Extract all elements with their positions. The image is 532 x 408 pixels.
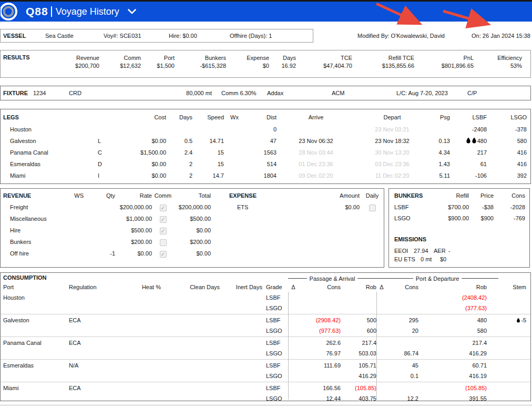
revenue-cell-ws <box>69 248 84 259</box>
fixture-quantity: 80,000 mt <box>169 86 212 100</box>
daily-checkbox[interactable] <box>369 205 376 211</box>
results-metric: Days16.92 <box>269 54 296 70</box>
revenue-header-comm: Comm <box>152 191 174 201</box>
hire-value: Hire: $0.00 <box>169 29 197 42</box>
revenue-cell-qty <box>84 201 115 213</box>
consumption-cell-inert <box>220 303 262 313</box>
consumption-cell-stem <box>487 383 530 393</box>
legs-cell-days: 0.5 <box>166 135 192 147</box>
consumption-cell-regulation <box>69 393 136 404</box>
emissions-label: EMISSIONS <box>394 236 426 242</box>
consumption-cell-inert <box>220 292 262 303</box>
consumption-cell-regulation <box>69 348 136 359</box>
revenue-cell-ws <box>69 225 84 236</box>
table-row: Panama CanalC$1,500.002.415156328 Nov 03… <box>1 147 530 158</box>
table-divider <box>288 292 289 400</box>
consumption-cell-heat <box>136 315 161 325</box>
consumption-cell-d_cons: 295 <box>387 315 418 325</box>
expense-daily-header: Daily <box>362 191 383 200</box>
consumption-cell-d_rob: 416.29 <box>418 348 487 359</box>
consumption-cell-grade: LSGO <box>262 348 288 359</box>
legs-cell-lsgo: 392 <box>487 170 527 181</box>
legs-cell-wx <box>224 124 245 135</box>
consumption-cell-heat <box>136 383 161 393</box>
bunkers-cell-refill: $700.00 <box>426 202 469 213</box>
legs-cell-depart: 11 Dec 02:20 <box>355 170 429 181</box>
emissions-row-eeoi: EEOI 27.94 AER - <box>389 247 529 255</box>
consumption-cell-p_delta <box>288 303 299 313</box>
consumption-cell-stem <box>487 338 530 348</box>
revenue-cell-ws <box>69 236 84 248</box>
legs-cell-type: L <box>98 135 127 147</box>
results-metric: Refill TCE$135,855.66 <box>352 54 414 70</box>
results-metric: Port$1,500 <box>141 54 175 70</box>
consumption-cell-d_cons: 86.74 <box>387 348 418 359</box>
consumption-cell-d_delta <box>376 338 387 348</box>
revenue-cell-rate: $200,000.00 <box>115 201 152 213</box>
comm-checkbox[interactable]: ✓ <box>160 228 167 234</box>
legs-cell-cost: $0.00 <box>127 135 166 147</box>
consumption-cell-stem <box>487 371 530 381</box>
legs-cell-psg: 1.43 <box>429 158 450 170</box>
consumption-cell-inert <box>220 348 262 359</box>
consumption-cell-heat <box>136 393 161 404</box>
legs-header-dist: Dist <box>245 111 277 124</box>
legs-cell-dist: 1563 <box>245 147 277 158</box>
consumption-column-headers: PortRegulationHeat %Clean DaysInert Days… <box>1 282 530 292</box>
legs-cell-wx <box>224 158 245 170</box>
page-title-dropdown[interactable]: Voyage History <box>56 6 136 17</box>
table-row: Houston023 Nov 03:21-2408-378 <box>1 124 530 135</box>
consumption-cell-heat <box>136 360 161 371</box>
legs-cell-days: 2 <box>166 158 192 170</box>
fixture-cp-link[interactable]: C/P <box>467 86 477 100</box>
legs-cell-port: Esmeraldas <box>1 158 98 170</box>
legs-cell-depart: 03 Dec 23:36 <box>355 158 429 170</box>
chevron-down-icon <box>128 9 136 14</box>
consumption-cell-inert <box>220 325 262 336</box>
consumption-cell-d_rob: 480 <box>418 315 487 325</box>
consumption-header-p_rob: Rob <box>341 282 376 292</box>
revenue-cell-qty: -1 <box>84 248 115 259</box>
consumption-cell-regulation: ECA <box>69 383 136 393</box>
revenue-cell-rate: $0.00 <box>115 248 152 259</box>
page-bottom-rule <box>0 405 532 405</box>
consumption-cell-p_rob: 416.29 <box>341 371 376 381</box>
comm-checkbox[interactable]: ✓ <box>160 205 167 211</box>
comm-checkbox[interactable]: ✓ <box>160 251 167 258</box>
consumption-cell-p_cons: 111.69 <box>299 360 341 371</box>
revenue-header-ws: WS <box>69 191 84 201</box>
legs-cell-speed: 14.71 <box>192 135 224 147</box>
bunkers-header-price: Price <box>469 191 494 202</box>
consumption-cell-heat <box>136 371 161 381</box>
legs-header-arrive: Arrive <box>277 111 355 124</box>
comm-checkbox[interactable]: ✓ <box>160 216 167 223</box>
comm-checkbox[interactable] <box>160 239 167 246</box>
legs-cell-port: Panama Canal <box>1 147 98 158</box>
legs-cell-depart: 30 Nov 13:20 <box>355 147 429 158</box>
revenue-cell-label: Bunkers <box>1 236 69 248</box>
results-metric-label: Expense <box>247 54 269 62</box>
consumption-cell-heat <box>136 292 161 303</box>
consumption-header-heat: Heat % <box>136 282 161 292</box>
consumption-cell-heat <box>136 303 161 313</box>
consumption-cell-grade: LSBF <box>262 383 288 393</box>
fixture-broker: ACM <box>332 86 344 100</box>
consumption-cell-port: Miami <box>1 383 69 393</box>
voyage-number: Voy#: SCE031 <box>104 29 141 42</box>
consumption-cell-grade: LSBF <box>262 338 288 348</box>
legs-header-lsbf: LSBF <box>450 111 487 124</box>
euets-value: $0 <box>440 255 446 263</box>
consumption-cell-p_rob: 403.75 <box>341 393 376 404</box>
results-metric-value: $200,700 <box>75 62 99 70</box>
revenue-cell-rate: $500.00 <box>115 225 152 236</box>
revenue-cell-label: Miscellaneous <box>1 213 69 225</box>
results-metric-label: Revenue <box>76 54 99 62</box>
consumption-cell-grade: LSBF <box>262 292 288 303</box>
consumption-cell-p_rob: 105.71 <box>341 360 376 371</box>
revenue-cell-total: $0.00 <box>174 225 211 236</box>
modified-on-text: On: 26 Jan 2024 15:38 <box>472 29 530 43</box>
title-divider <box>51 6 52 17</box>
results-metric-label: Days <box>283 54 296 62</box>
app-header: Q88 Voyage History <box>0 2 532 22</box>
bunkers-header-row: BUNKERSRefillPriceCons <box>389 191 529 202</box>
